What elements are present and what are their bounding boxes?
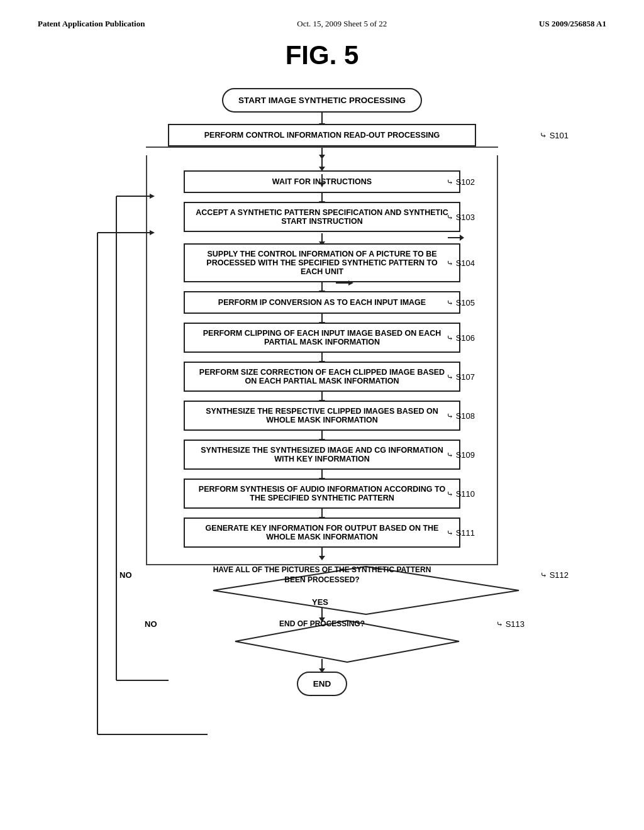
step-s104-label: ⤷ S104: [447, 258, 475, 268]
arrow-s113-end: [321, 659, 323, 669]
arrow-s107-s108: [321, 392, 323, 401]
step-s101-label: ⤷ S101: [540, 130, 569, 140]
step-s110-label: ⤷ S110: [447, 489, 475, 499]
arrow-s112-s113: [321, 608, 323, 618]
step-s107-label: ⤷ S107: [447, 372, 475, 382]
step-s111-label: ⤷ S111: [447, 528, 475, 538]
step-s110-wrapper: PERFORM SYNTHESIS OF AUDIO INFORMATION A…: [147, 479, 497, 517]
arrow-s108-s109: [321, 431, 323, 440]
arrow-s105-s106: [321, 314, 323, 323]
step-s110-box: PERFORM SYNTHESIS OF AUDIO INFORMATION A…: [184, 479, 460, 509]
step-s105-label: ⤷ S105: [447, 298, 475, 307]
end-shape: END: [297, 672, 348, 696]
step-s108-box: SYNTHESIZE THE RESPECTIVE CLIPPED IMAGES…: [184, 401, 460, 431]
step-s107-wrapper: PERFORM SIZE CORRECTION OF EACH CLIPPED …: [147, 362, 497, 401]
arrow-s104-s105: [321, 282, 323, 291]
step-s105-wrapper: PERFORM IP CONVERSION AS TO EACH INPUT I…: [147, 291, 497, 323]
step-s106-box: PERFORM CLIPPING OF EACH INPUT IMAGE BAS…: [184, 323, 460, 353]
step-s103-box: ACCEPT A SYNTHETIC PATTERN SPECIFICATION…: [184, 202, 460, 232]
step-s106-label: ⤷ S106: [447, 333, 475, 343]
step-s108-label: ⤷ S108: [447, 411, 475, 421]
header-right: US 2009/256858 A1: [539, 19, 606, 29]
step-s112-diamond: HAVE ALL OF THE PICTURES OF THE SYNTHETI…: [212, 565, 432, 585]
arrow-s111-s112: [321, 548, 323, 556]
step-s112-label: ⤷ S112: [540, 570, 569, 580]
arrow-s102-s103: [321, 193, 323, 202]
header-center: Oct. 15, 2009 Sheet 5 of 22: [297, 19, 387, 29]
s112-yes-label: YES: [312, 597, 328, 607]
s113-no-label: NO: [145, 619, 157, 629]
s112-branch: YES: [38, 597, 606, 618]
step-s104-wrapper: SUPPLY THE CONTROL INFORMATION OF A PICT…: [147, 243, 497, 291]
step-s109-wrapper: SYNTHESIZE THE SYNTHESIZED IMAGE AND CG …: [147, 440, 497, 479]
step-s103-label: ⤷ S103: [447, 213, 475, 222]
step-s111-wrapper: GENERATE KEY INFORMATION FOR OUTPUT BASE…: [147, 517, 497, 556]
step-s104-box: SUPPLY THE CONTROL INFORMATION OF A PICT…: [184, 243, 460, 282]
page: Patent Application Publication Oct. 15, …: [0, 0, 644, 830]
step-s102-box: WAIT FOR INSTRUCTIONS: [184, 170, 460, 193]
step-s102-wrapper: WAIT FOR INSTRUCTIONS ⤷ S102: [147, 170, 497, 202]
step-s113-label: ⤷ S113: [496, 619, 525, 629]
page-header: Patent Application Publication Oct. 15, …: [38, 19, 606, 29]
step-s109-box: SYNTHESIZE THE SYNTHESIZED IMAGE AND CG …: [184, 440, 460, 470]
step-s105-box: PERFORM IP CONVERSION AS TO EACH INPUT I…: [184, 291, 460, 314]
step-s101-box: PERFORM CONTROL INFORMATION READ-OUT PRO…: [168, 124, 476, 147]
step-s103-wrapper: ACCEPT A SYNTHETIC PATTERN SPECIFICATION…: [147, 202, 497, 243]
step-s107-box: PERFORM SIZE CORRECTION OF EACH CLIPPED …: [184, 362, 460, 392]
step-s113-text: END OF PROCESSING?: [234, 619, 410, 629]
end-node: END: [297, 672, 348, 696]
step-s102-label: ⤷ S102: [447, 177, 475, 187]
figure-title: FIG. 5: [38, 40, 606, 70]
outer-loop-box: WAIT FOR INSTRUCTIONS ⤷ S102 ACCEPT A SY…: [146, 155, 498, 565]
start-node: START IMAGE SYNTHETIC PROCESSING: [222, 88, 422, 124]
arrow-s109-s110: [321, 470, 323, 479]
step-s113-diamond: END OF PROCESSING?: [234, 619, 410, 629]
arrow-start-s101: [321, 113, 323, 124]
arrow-s110-s111: [321, 509, 323, 517]
flowchart: START IMAGE SYNTHETIC PROCESSING PERFORM…: [38, 88, 606, 696]
step-s111-box: GENERATE KEY INFORMATION FOR OUTPUT BASE…: [184, 517, 460, 548]
start-shape: START IMAGE SYNTHETIC PROCESSING: [222, 88, 422, 113]
arrow-s106-s107: [321, 353, 323, 362]
step-s112-text: HAVE ALL OF THE PICTURES OF THE SYNTHETI…: [212, 565, 432, 585]
step-s106-wrapper: PERFORM CLIPPING OF EACH INPUT IMAGE BAS…: [147, 323, 497, 362]
step-s108-wrapper: SYNTHESIZE THE RESPECTIVE CLIPPED IMAGES…: [147, 401, 497, 440]
step-s109-label: ⤷ S109: [447, 450, 475, 460]
header-left: Patent Application Publication: [38, 19, 145, 29]
arrow-s101-s102: [321, 148, 323, 155]
s112-no-label: NO: [119, 570, 132, 580]
step-s101-row: PERFORM CONTROL INFORMATION READ-OUT PRO…: [38, 124, 606, 147]
